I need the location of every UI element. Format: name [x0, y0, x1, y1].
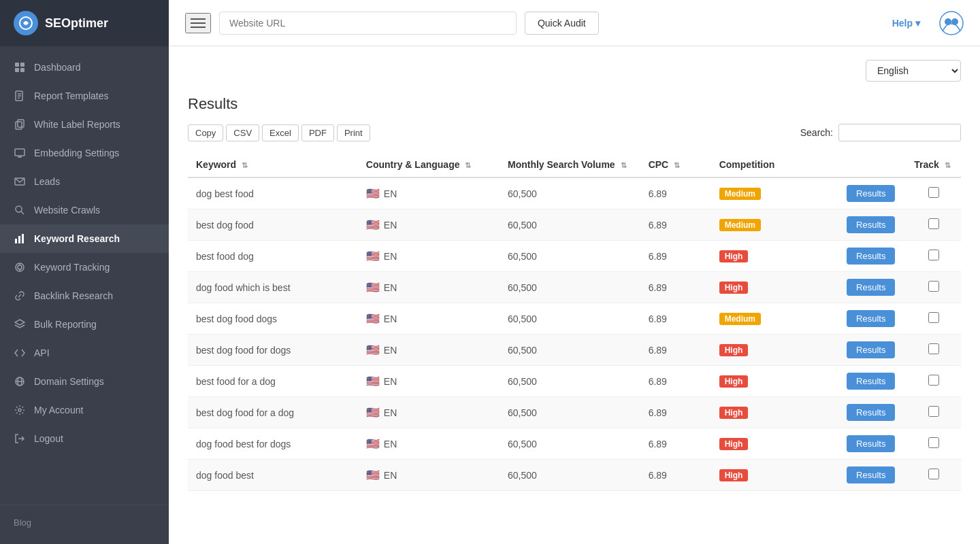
keyword-sort-icon[interactable]: ⇅: [242, 161, 248, 170]
cell-competition: High: [711, 335, 838, 366]
lang-code: EN: [384, 470, 397, 481]
competition-badge: High: [719, 250, 749, 262]
main-panel: English Spanish French German Portuguese…: [169, 46, 980, 544]
sidebar-item-my-account[interactable]: My Account: [0, 396, 169, 424]
results-button[interactable]: Results: [847, 404, 895, 421]
sidebar-item-keyword-tracking[interactable]: Keyword Tracking: [0, 253, 169, 282]
sidebar-label-keyword-tracking: Keyword Tracking: [34, 262, 110, 273]
track-checkbox[interactable]: [928, 250, 939, 260]
search-input[interactable]: [838, 124, 961, 141]
track-sort-icon[interactable]: ⇅: [945, 161, 951, 170]
table-row: dog best food 🇺🇸 EN 60,500 6.89 Medium R…: [188, 177, 961, 209]
svg-rect-1: [15, 63, 19, 67]
sidebar-label-bulk-reporting: Bulk Reporting: [34, 319, 97, 330]
sidebar-item-bulk-reporting[interactable]: Bulk Reporting: [0, 310, 169, 339]
hamburger-button[interactable]: [185, 13, 211, 33]
svg-marker-24: [15, 320, 24, 325]
lang-code: EN: [384, 345, 397, 356]
help-button[interactable]: Help ▾: [892, 18, 920, 29]
results-button[interactable]: Results: [847, 279, 895, 296]
results-button[interactable]: Results: [847, 248, 895, 265]
cell-keyword: best dog food for dogs: [188, 335, 358, 366]
track-checkbox[interactable]: [928, 469, 939, 479]
results-button[interactable]: Results: [847, 435, 895, 452]
track-checkbox[interactable]: [928, 406, 939, 417]
sidebar-item-keyword-research[interactable]: Keyword Research: [0, 224, 169, 253]
cell-competition: High: [711, 397, 838, 428]
sidebar-item-dashboard[interactable]: Dashboard: [0, 53, 169, 82]
sidebar-label-embedding-settings: Embedding Settings: [34, 148, 119, 158]
cell-results-btn: Results: [838, 366, 906, 397]
track-checkbox[interactable]: [928, 187, 939, 198]
lang-code: EN: [384, 251, 397, 262]
th-track: Track ⇅: [906, 152, 961, 177]
sidebar-item-white-label-reports[interactable]: White Label Reports: [0, 110, 169, 139]
track-checkbox[interactable]: [928, 375, 939, 386]
user-avatar-icon[interactable]: [939, 11, 964, 35]
track-checkbox[interactable]: [928, 437, 939, 448]
results-button[interactable]: Results: [847, 341, 895, 358]
sidebar-item-domain-settings[interactable]: Domain Settings: [0, 367, 169, 396]
competition-badge: High: [719, 375, 749, 388]
search-icon: [14, 204, 26, 216]
link-icon: [14, 290, 26, 302]
track-checkbox[interactable]: [928, 343, 939, 354]
volume-sort-icon[interactable]: ⇅: [621, 161, 627, 170]
table-row: best dog food for a dog 🇺🇸 EN 60,500 6.8…: [188, 397, 961, 428]
sidebar-item-leads[interactable]: Leads: [0, 167, 169, 196]
competition-badge: High: [719, 344, 749, 356]
sidebar-item-website-crawls[interactable]: Website Crawls: [0, 196, 169, 224]
table-row: best food dog 🇺🇸 EN 60,500 6.89 High Res…: [188, 241, 961, 272]
svg-point-28: [18, 409, 21, 411]
sidebar-item-backlink-research[interactable]: Backlink Research: [0, 282, 169, 310]
copy-button[interactable]: Copy: [188, 124, 223, 141]
cell-competition: High: [711, 460, 838, 491]
lang-code: EN: [384, 439, 397, 449]
results-button[interactable]: Results: [847, 310, 895, 327]
svg-point-21: [18, 265, 22, 269]
competition-badge: High: [719, 407, 749, 419]
cpc-sort-icon[interactable]: ⇅: [674, 161, 680, 170]
cell-country: 🇺🇸 EN: [358, 335, 500, 366]
lang-code: EN: [384, 407, 397, 418]
chevron-down-icon: ▾: [915, 18, 920, 29]
print-button[interactable]: Print: [337, 124, 370, 141]
results-button[interactable]: Results: [847, 216, 895, 233]
table-row: dog food best 🇺🇸 EN 60,500 6.89 High Res…: [188, 460, 961, 491]
flag-icon: 🇺🇸: [366, 218, 380, 231]
results-button[interactable]: Results: [847, 373, 895, 390]
competition-badge: High: [719, 438, 749, 450]
cell-country: 🇺🇸 EN: [358, 177, 500, 209]
svg-rect-9: [18, 120, 24, 127]
language-row: English Spanish French German Portuguese: [188, 60, 961, 82]
sidebar-bottom: Blog: [0, 505, 169, 544]
main-content: Quick Audit Help ▾ English Spanish Frenc…: [169, 0, 980, 544]
cell-country: 🇺🇸 EN: [358, 428, 500, 460]
quick-audit-button[interactable]: Quick Audit: [525, 12, 599, 35]
cell-results-btn: Results: [838, 272, 906, 303]
sidebar-item-api[interactable]: API: [0, 339, 169, 367]
sidebar: SEOptimer Dashboard Report Templates Whi…: [0, 0, 169, 544]
track-checkbox[interactable]: [928, 281, 939, 292]
language-select[interactable]: English Spanish French German Portuguese: [866, 60, 961, 82]
sidebar-label-dashboard: Dashboard: [34, 62, 81, 73]
results-button[interactable]: Results: [847, 466, 895, 483]
cell-keyword: dog best food: [188, 177, 358, 209]
url-input[interactable]: [219, 12, 517, 35]
table-row: best food for a dog 🇺🇸 EN 60,500 6.89 Hi…: [188, 366, 961, 397]
results-button[interactable]: Results: [847, 185, 895, 202]
cell-country: 🇺🇸 EN: [358, 241, 500, 272]
track-checkbox[interactable]: [928, 312, 939, 323]
sidebar-item-blog[interactable]: Blog: [0, 512, 169, 533]
cell-keyword: dog food best: [188, 460, 358, 491]
excel-button[interactable]: Excel: [262, 124, 299, 141]
sidebar-item-logout[interactable]: Logout: [0, 424, 169, 453]
file-text-icon: [14, 90, 26, 102]
pdf-button[interactable]: PDF: [301, 124, 334, 141]
csv-button[interactable]: CSV: [226, 124, 259, 141]
track-checkbox[interactable]: [928, 218, 939, 229]
sidebar-item-embedding-settings[interactable]: Embedding Settings: [0, 139, 169, 167]
cell-track: [906, 335, 961, 366]
country-sort-icon[interactable]: ⇅: [465, 161, 471, 170]
sidebar-item-report-templates[interactable]: Report Templates: [0, 82, 169, 110]
